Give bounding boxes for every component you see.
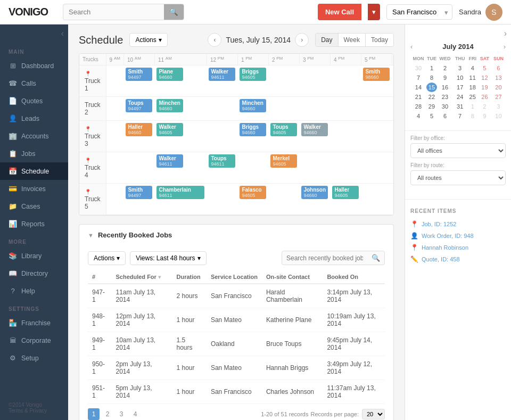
cal-day[interactable]: 7: [453, 111, 467, 121]
job-block[interactable]: Toups94497: [126, 99, 152, 112]
cal-day[interactable]: 2: [437, 63, 453, 73]
mini-cal-next[interactable]: ›: [504, 43, 506, 51]
cal-day[interactable]: 5: [478, 63, 491, 73]
job-block[interactable]: Haller94660: [126, 123, 152, 136]
next-date-button[interactable]: ›: [295, 33, 309, 47]
recent-item-quote[interactable]: ✏️ Quote, ID: 458: [410, 253, 506, 265]
cal-day[interactable]: 24: [453, 92, 467, 102]
search-input[interactable]: [63, 5, 164, 19]
sidebar-item-directory[interactable]: 📖Directory: [0, 265, 68, 282]
sidebar-toggle[interactable]: ‹: [0, 24, 68, 43]
cal-day[interactable]: 16: [437, 83, 453, 92]
page-1[interactable]: 1: [88, 408, 100, 420]
sidebar-item-cases[interactable]: 📁Cases: [0, 197, 68, 215]
sidebar-item-calls[interactable]: ☎Calls: [0, 75, 68, 92]
filter-route-select[interactable]: All routes: [410, 170, 506, 185]
cal-day[interactable]: 30: [437, 102, 453, 111]
sidebar-item-leads[interactable]: 👤Leads: [0, 110, 68, 127]
mini-cal-prev[interactable]: ‹: [410, 43, 413, 51]
cal-day[interactable]: 4: [467, 63, 478, 73]
rp-toggle-button[interactable]: ›: [504, 29, 507, 38]
cal-day[interactable]: 1: [426, 63, 437, 73]
cal-day[interactable]: 8: [426, 73, 437, 83]
sidebar-item-reports[interactable]: 📊Reports: [0, 215, 68, 233]
job-block[interactable]: Toups94611: [209, 154, 235, 168]
sidebar-item-library[interactable]: 📚Library: [0, 247, 68, 265]
job-block[interactable]: Falasco94605: [240, 186, 266, 199]
cal-day[interactable]: 3: [491, 102, 506, 111]
job-block[interactable]: Briggs94660: [240, 123, 266, 136]
cal-day[interactable]: 9: [478, 111, 491, 121]
sidebar-item-help[interactable]: ?Help: [0, 282, 68, 300]
today-view-button[interactable]: Today: [366, 34, 393, 46]
recent-item-workorder[interactable]: 👤 Work Order, ID: 948: [410, 230, 506, 242]
recently-booked-header[interactable]: ▼ Recently Booked Jobs: [79, 225, 393, 245]
cal-day[interactable]: 29: [426, 102, 437, 111]
cal-day[interactable]: 4: [410, 111, 426, 121]
cal-day[interactable]: 22: [426, 92, 437, 102]
cal-day[interactable]: 3: [453, 63, 467, 73]
job-block[interactable]: Walker94660: [301, 123, 328, 136]
day-view-button[interactable]: Day: [316, 34, 338, 46]
job-block[interactable]: Johnson94660: [301, 186, 328, 199]
page-2[interactable]: 2: [102, 408, 113, 420]
prev-date-button[interactable]: ‹: [208, 33, 221, 47]
cal-day[interactable]: 26: [478, 92, 491, 102]
job-block[interactable]: Walker94605: [156, 123, 183, 136]
cal-day[interactable]: 23: [437, 92, 453, 102]
sidebar-item-setup[interactable]: ⚙Setup: [0, 349, 68, 367]
cal-day[interactable]: 21: [410, 92, 426, 102]
recent-item-contact[interactable]: 📍 Hannah Robinson: [410, 242, 506, 253]
cal-day[interactable]: 11: [467, 73, 478, 83]
cal-day[interactable]: 6: [491, 63, 506, 73]
cal-day[interactable]: 13: [491, 73, 506, 83]
job-block[interactable]: Minchen94660: [240, 99, 266, 112]
sidebar-item-invoices[interactable]: 💳Invoices: [0, 180, 68, 197]
sidebar-item-corporate[interactable]: 🏛Corporate: [0, 332, 68, 349]
page-3[interactable]: 3: [116, 408, 127, 420]
job-block[interactable]: Walker94611: [209, 68, 235, 81]
sidebar-item-schedule[interactable]: 📅Schedule: [0, 162, 68, 180]
cal-day[interactable]: 2: [478, 102, 491, 111]
cal-day[interactable]: 27: [491, 92, 506, 102]
rb-views-button[interactable]: Views: Last 48 hours ▾: [130, 251, 206, 265]
cal-day[interactable]: 19: [478, 83, 491, 92]
new-call-dropdown-button[interactable]: ▾: [368, 4, 380, 20]
cal-day[interactable]: 17: [453, 83, 467, 92]
cal-day[interactable]: 5: [426, 111, 437, 121]
recent-item-job[interactable]: 📍 Job, ID: 1252: [410, 218, 506, 230]
cal-day[interactable]: 28: [410, 102, 426, 111]
cal-day[interactable]: 1: [467, 102, 478, 111]
cal-day[interactable]: 10: [491, 111, 506, 121]
page-4[interactable]: 4: [129, 408, 141, 420]
location-select[interactable]: San Francisco: [386, 4, 452, 20]
rb-search-input[interactable]: [282, 252, 367, 265]
job-block[interactable]: Smith98660: [363, 68, 390, 81]
cal-day[interactable]: 8: [467, 111, 478, 121]
cal-day[interactable]: 18: [467, 83, 478, 92]
per-page-select[interactable]: 2050: [362, 409, 385, 419]
sidebar-item-quotes[interactable]: 📄Quotes: [0, 92, 68, 110]
filter-office-select[interactable]: All offices: [410, 143, 506, 158]
sidebar-item-dashboard[interactable]: ⊞Dashboard: [0, 57, 68, 75]
job-block[interactable]: Walker94611: [156, 154, 183, 168]
job-block[interactable]: Toups94605: [270, 123, 297, 136]
job-block[interactable]: Smith94497: [126, 68, 152, 81]
job-block[interactable]: Chamberlain94611: [156, 186, 204, 199]
search-button[interactable]: 🔍: [164, 4, 184, 20]
sidebar-item-accounts[interactable]: 🏢Accounts: [0, 127, 68, 145]
job-block[interactable]: Merkel94605: [270, 154, 297, 168]
job-block[interactable]: Briggs94605: [240, 68, 266, 81]
cal-day[interactable]: 25: [467, 92, 478, 102]
rb-actions-button[interactable]: Actions ▾: [88, 251, 126, 265]
cal-day[interactable]: 12: [478, 73, 491, 83]
sidebar-item-franchise[interactable]: 🏪Franchise: [0, 314, 68, 332]
col-scheduled[interactable]: Scheduled For ▾: [111, 270, 172, 284]
job-block[interactable]: Smith94497: [126, 186, 152, 199]
actions-button[interactable]: Actions ▾: [129, 33, 167, 47]
cal-day[interactable]: 20: [491, 83, 506, 92]
cal-day[interactable]: 9: [437, 73, 453, 83]
new-call-button[interactable]: New Call: [318, 4, 361, 20]
cal-day[interactable]: 7: [410, 73, 426, 83]
cal-day[interactable]: 10: [453, 73, 467, 83]
